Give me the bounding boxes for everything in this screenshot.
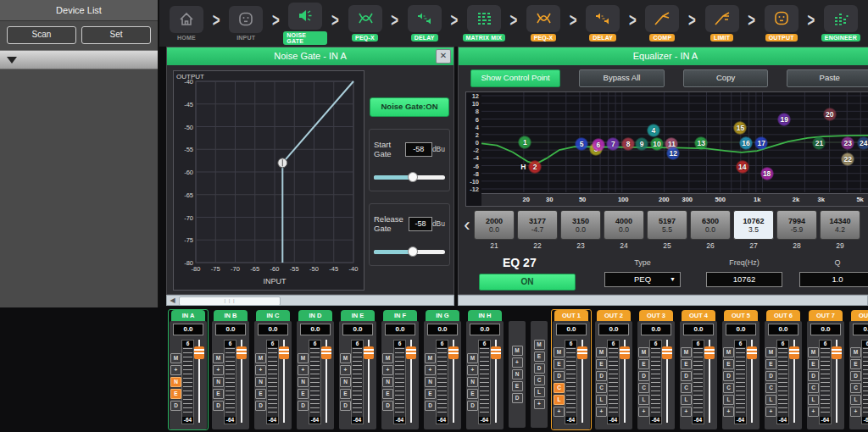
channel-button-+[interactable]: + bbox=[765, 407, 776, 417]
toolbar-item-peq-x[interactable]: PEQ-X bbox=[343, 5, 387, 42]
release-gate-slider[interactable] bbox=[374, 246, 445, 257]
channel-button-l[interactable]: L bbox=[681, 395, 692, 405]
channel-button-c[interactable]: C bbox=[596, 383, 607, 393]
fader-handle[interactable] bbox=[832, 346, 842, 359]
channel-button-d[interactable]: D bbox=[425, 401, 436, 411]
channel-gain-value[interactable]: 0.0 bbox=[173, 324, 203, 335]
toolbar-item-output[interactable]: OUTPUT bbox=[760, 5, 804, 42]
channel-button-d[interactable]: D bbox=[554, 371, 565, 381]
band-cell-27[interactable]: 107623.527 bbox=[733, 210, 774, 252]
fader-handle[interactable] bbox=[789, 346, 799, 359]
start-gate-slider-handle[interactable] bbox=[408, 172, 418, 182]
channel-button-n[interactable]: N bbox=[382, 377, 393, 387]
eq-control-point-7[interactable]: 7 bbox=[606, 137, 620, 151]
channel-tab[interactable]: IN B bbox=[214, 310, 248, 321]
channel-gain-value[interactable]: 0.0 bbox=[342, 324, 373, 335]
band-cell-21[interactable]: 20000.021 bbox=[474, 210, 515, 252]
channel-gain-value[interactable]: 0.0 bbox=[385, 324, 415, 335]
channel-button-+[interactable]: + bbox=[213, 365, 224, 375]
channel-button-e[interactable]: E bbox=[596, 359, 607, 369]
output-master-button-c[interactable]: C bbox=[534, 375, 545, 385]
channel-button-n[interactable]: N bbox=[340, 377, 351, 387]
start-gate-value[interactable]: -58 bbox=[405, 142, 432, 157]
fader-track[interactable] bbox=[321, 338, 331, 424]
channel-button-n[interactable]: N bbox=[255, 377, 266, 387]
channel-button-n[interactable]: N bbox=[170, 377, 181, 387]
eq-control-point-12[interactable]: 12 bbox=[666, 147, 680, 160]
channel-button-m[interactable]: M bbox=[340, 353, 351, 363]
eq-control-point-24[interactable]: 24 bbox=[857, 136, 868, 150]
channel-button-+[interactable]: + bbox=[255, 365, 266, 375]
eq-control-point-18[interactable]: 18 bbox=[760, 167, 774, 180]
eq-control-point-16[interactable]: 16 bbox=[739, 136, 753, 150]
toolbar-item-matrix-mix[interactable]: MATRIX MIX bbox=[462, 5, 506, 42]
channel-gain-value[interactable]: 0.0 bbox=[810, 324, 841, 335]
band-cell-26[interactable]: 63000.026 bbox=[690, 210, 731, 252]
channel-button-l[interactable]: L bbox=[554, 395, 565, 405]
channel-button-m[interactable]: M bbox=[765, 347, 776, 357]
channel-button-l[interactable]: L bbox=[808, 395, 819, 405]
channel-button-d[interactable]: D bbox=[298, 401, 309, 411]
channel-button-c[interactable]: C bbox=[808, 383, 819, 393]
channel-button-c[interactable]: C bbox=[681, 383, 692, 393]
bypass-all-button[interactable]: Bypass All bbox=[579, 69, 665, 87]
channel-button-e[interactable]: E bbox=[808, 359, 819, 369]
fader-track[interactable] bbox=[789, 338, 799, 424]
copy-button[interactable]: Copy bbox=[683, 69, 769, 87]
channel-gain-value[interactable]: 0.0 bbox=[470, 324, 500, 335]
channel-button-c[interactable]: C bbox=[850, 383, 861, 393]
fader-handle[interactable] bbox=[321, 346, 331, 359]
release-gate-slider-handle[interactable] bbox=[408, 246, 418, 257]
channel-button-e[interactable]: E bbox=[467, 389, 478, 399]
channel-tab[interactable]: OUT 1 bbox=[554, 310, 588, 321]
eq-control-point-6[interactable]: 6 bbox=[592, 138, 605, 152]
channel-button-m[interactable]: M bbox=[382, 353, 393, 363]
channel-button-+[interactable]: + bbox=[298, 365, 309, 375]
toolbar-item-peq-x[interactable]: PEQ-X bbox=[521, 5, 565, 42]
eq-control-point-20[interactable]: 20 bbox=[823, 108, 837, 121]
input-master-button-+[interactable]: + bbox=[512, 357, 523, 368]
channel-gain-value[interactable]: 0.0 bbox=[726, 324, 756, 335]
q-field[interactable]: 1.0 bbox=[799, 272, 868, 287]
channel-button-d[interactable]: D bbox=[382, 401, 393, 411]
channel-button-e[interactable]: E bbox=[425, 389, 436, 399]
noise-gate-power-button[interactable]: Noise Gate:ON bbox=[370, 97, 449, 117]
eq-control-point-4[interactable]: 4 bbox=[647, 124, 660, 137]
fader-track[interactable] bbox=[577, 338, 587, 424]
channel-button-d[interactable]: D bbox=[850, 371, 861, 381]
channel-gain-value[interactable]: 0.0 bbox=[300, 324, 331, 335]
fader-track[interactable] bbox=[236, 338, 247, 424]
fader-track[interactable] bbox=[704, 338, 715, 424]
channel-tab[interactable]: IN F bbox=[383, 310, 417, 321]
scroll-left-icon[interactable]: ◀ bbox=[167, 296, 178, 305]
band-cell-23[interactable]: 31500.023 bbox=[560, 210, 601, 252]
channel-button-+[interactable]: + bbox=[382, 365, 393, 375]
channel-tab[interactable]: OUT 8 bbox=[851, 310, 868, 321]
fader-handle[interactable] bbox=[406, 346, 416, 359]
input-master-button-d[interactable]: D bbox=[512, 393, 523, 403]
fader-track[interactable] bbox=[832, 338, 842, 424]
band-cell-22[interactable]: 3177-4.722 bbox=[517, 210, 558, 252]
channel-button-l[interactable]: L bbox=[850, 395, 861, 405]
fader-handle[interactable] bbox=[704, 346, 715, 359]
channel-button-m[interactable]: M bbox=[425, 353, 436, 363]
channel-button-e[interactable]: E bbox=[681, 359, 692, 369]
channel-tab[interactable]: OUT 7 bbox=[809, 310, 843, 321]
eq-band-on-button[interactable]: ON bbox=[479, 274, 576, 291]
fader-track[interactable] bbox=[406, 338, 416, 424]
channel-button-m[interactable]: M bbox=[638, 347, 649, 357]
channel-tab[interactable]: IN A bbox=[171, 310, 205, 321]
eq-control-point-19[interactable]: 19 bbox=[777, 113, 791, 126]
channel-tab[interactable]: OUT 2 bbox=[597, 310, 631, 321]
fader-handle[interactable] bbox=[491, 346, 501, 359]
channel-gain-value[interactable]: 0.0 bbox=[768, 324, 798, 335]
channel-button-+[interactable]: + bbox=[340, 365, 351, 375]
channel-button-e[interactable]: E bbox=[382, 389, 393, 399]
channel-button-+[interactable]: + bbox=[425, 365, 436, 375]
toolbar-item-limit[interactable]: LIMIT bbox=[700, 5, 744, 42]
eq-control-point-5[interactable]: 5 bbox=[575, 137, 588, 151]
channel-button-m[interactable]: M bbox=[170, 353, 181, 363]
device-dropdown[interactable] bbox=[0, 50, 158, 69]
fader-handle[interactable] bbox=[620, 346, 630, 359]
channel-gain-value[interactable]: 0.0 bbox=[556, 324, 587, 335]
